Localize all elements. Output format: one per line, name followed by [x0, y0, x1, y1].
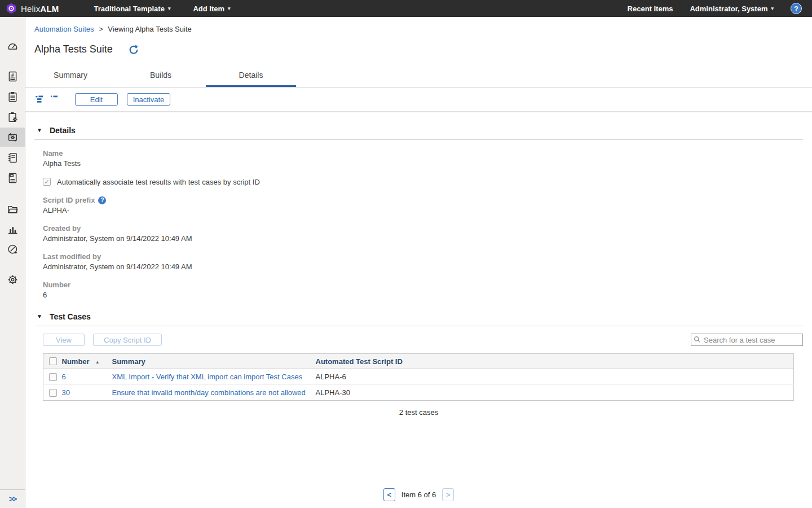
number-label: Number — [43, 281, 812, 290]
user-menu[interactable]: Administrator, System ▾ — [690, 5, 774, 13]
svg-text:#: # — [11, 72, 14, 77]
breadcrumb-separator: > — [99, 25, 103, 33]
automation-gear-loop-icon — [7, 132, 19, 143]
sidebar-item-settings[interactable] — [0, 270, 25, 289]
sidebar-item-specification-documents[interactable] — [0, 148, 25, 167]
divider — [34, 326, 803, 326]
gauge-icon — [7, 41, 19, 52]
test-case-number-link[interactable]: 6 — [62, 373, 66, 381]
top-nav: Traditional Template ▾ Add Item ▾ — [94, 5, 230, 13]
clipboard-gear-icon — [7, 111, 19, 123]
pagination: < Item 6 of 6 > — [25, 488, 812, 501]
copy-script-id-button[interactable]: Copy Script ID — [93, 334, 162, 346]
sort-ascending-icon: ▲ — [95, 360, 100, 365]
sidebar-item-automation-suites[interactable] — [0, 128, 25, 147]
test-case-count: 2 test cases — [25, 408, 812, 417]
refresh-icon — [129, 45, 139, 55]
add-item-menu-label: Add Item — [193, 5, 224, 13]
chevron-down-icon: ▾ — [771, 6, 774, 11]
view-button[interactable]: View — [43, 334, 85, 346]
field-last-modified-by: Last modified by Administrator, System o… — [43, 252, 812, 271]
expand-all-sections-icon[interactable] — [35, 95, 44, 104]
top-bar-right: Recent Items Administrator, System ▾ ? — [628, 3, 812, 14]
action-toolbar: Edit Inactivate — [25, 87, 812, 112]
details-section-title: Details — [50, 126, 76, 135]
bar-chart-icon — [7, 224, 19, 235]
auto-associate-row: ✓ Automatically associate test results w… — [43, 177, 812, 186]
previous-item-button[interactable]: < — [383, 488, 395, 501]
row-checkbox[interactable] — [49, 389, 57, 397]
number-value: 6 — [43, 291, 812, 300]
breadcrumb-link-automation-suites[interactable]: Automation Suites — [34, 25, 94, 33]
script-id-prefix-label: Script ID prefix — [43, 196, 95, 205]
last-modified-by-value: Administrator, System on 9/14/2022 10:49… — [43, 262, 812, 271]
auto-associate-label: Automatically associate test results wit… — [57, 178, 260, 186]
row-checkbox[interactable] — [49, 373, 57, 381]
help-icon[interactable]: ? — [98, 196, 106, 204]
field-name: Name Alpha Tests — [43, 149, 812, 168]
user-menu-label: Administrator, System — [690, 5, 767, 13]
collapse-all-sections-icon[interactable] — [50, 95, 59, 104]
test-case-summary-link[interactable]: Ensure that invalid month/day combinatio… — [112, 388, 306, 397]
column-header-number[interactable]: Number▲ — [62, 354, 112, 369]
search-input[interactable] — [691, 334, 803, 346]
clipboard-icon — [7, 91, 19, 103]
sidebar-item-time-tracking[interactable] — [0, 239, 25, 259]
next-item-button[interactable]: > — [442, 488, 454, 501]
top-bar: HelixALM Traditional Template ▾ Add Item… — [0, 0, 812, 17]
tab-bar: Summary Builds Details — [25, 64, 812, 87]
template-menu[interactable]: Traditional Template ▾ — [94, 5, 170, 13]
folder-icon — [7, 203, 19, 215]
sidebar-item-dashboard[interactable] — [0, 37, 25, 56]
tab-details[interactable]: Details — [206, 64, 296, 87]
add-item-menu[interactable]: Add Item ▾ — [193, 5, 230, 13]
search-icon — [694, 336, 701, 343]
name-value: Alpha Tests — [43, 159, 812, 168]
sidebar-item-requirements[interactable]: 1.1 — [0, 168, 25, 187]
brand-logo: HelixALM — [0, 3, 59, 14]
inactivate-button[interactable]: Inactivate — [127, 93, 170, 106]
divider — [34, 139, 803, 140]
sidebar-item-folders[interactable] — [0, 199, 25, 218]
last-modified-by-label: Last modified by — [43, 252, 812, 261]
collapse-section-icon[interactable]: ▼ — [37, 128, 42, 133]
sidebar: # — [0, 17, 25, 508]
sidebar-item-reports[interactable] — [0, 220, 25, 239]
brand-name: HelixALM — [21, 4, 59, 14]
test-cases-section-header: ▼ Test Cases — [25, 312, 812, 321]
sidebar-expand-button[interactable]: >> — [0, 489, 25, 508]
created-by-label: Created by — [43, 224, 812, 233]
sidebar-item-test-cases[interactable] — [0, 87, 25, 106]
sidebar-item-test-runs[interactable] — [0, 107, 25, 126]
collapse-section-icon[interactable]: ▼ — [37, 314, 42, 319]
test-cases-section-title: Test Cases — [50, 312, 91, 321]
name-label: Name — [43, 149, 812, 158]
table-row: 6 XML Import - Verify that XML import ca… — [43, 369, 794, 385]
helix-alm-logo-icon — [6, 3, 17, 14]
sidebar-item-issues[interactable]: # — [0, 67, 25, 86]
column-header-script-id[interactable]: Automated Test Script ID — [316, 354, 794, 369]
test-case-summary-link[interactable]: XML Import - Verify that XML import can … — [112, 373, 303, 381]
test-cases-toolbar: View Copy Script ID — [43, 334, 803, 346]
test-case-script-id: ALPHA-6 — [316, 369, 794, 385]
outline-document-icon: 1.1 — [7, 172, 19, 184]
details-section-header: ▼ Details — [25, 126, 812, 135]
tab-summary[interactable]: Summary — [25, 64, 116, 87]
recent-items-button[interactable]: Recent Items — [628, 5, 673, 13]
column-header-summary[interactable]: Summary — [112, 354, 316, 369]
field-script-id-prefix: Script ID prefix ? ALPHA- — [43, 196, 812, 215]
select-all-checkbox[interactable] — [49, 357, 57, 365]
gear-icon — [7, 274, 19, 286]
auto-associate-checkbox[interactable]: ✓ — [43, 178, 51, 186]
tab-builds[interactable]: Builds — [116, 64, 206, 87]
script-id-prefix-value: ALPHA- — [43, 206, 812, 215]
refresh-button[interactable] — [129, 45, 139, 55]
chevron-down-icon: ▾ — [228, 6, 231, 11]
numbered-document-icon: # — [7, 71, 19, 82]
table-header-row: Number▲ Summary Automated Test Script ID — [43, 354, 794, 369]
table-row: 30 Ensure that invalid month/day combina… — [43, 385, 794, 401]
test-case-number-link[interactable]: 30 — [62, 388, 70, 397]
help-icon[interactable]: ? — [791, 3, 802, 14]
edit-button[interactable]: Edit — [75, 93, 118, 106]
svg-text:1.1: 1.1 — [10, 174, 13, 177]
